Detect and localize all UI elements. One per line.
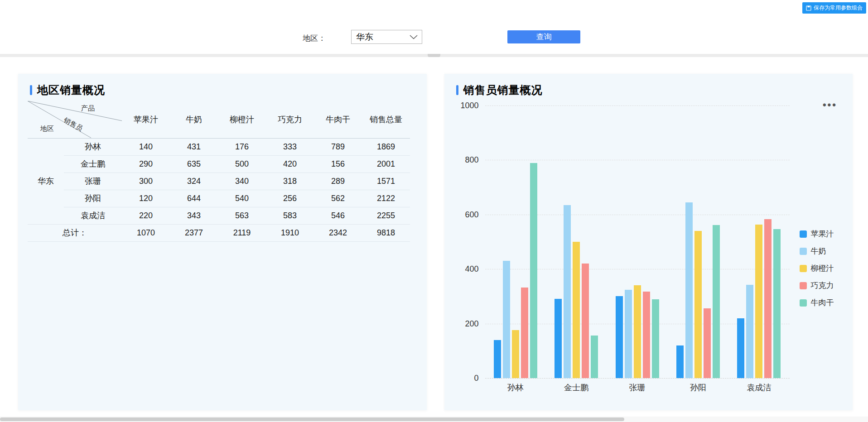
region-dropdown[interactable]: 华东 [351, 30, 422, 44]
save-params-button[interactable]: 保存为常用参数组合 [802, 2, 866, 14]
total-value-cell: 9818 [362, 224, 410, 241]
salesperson-cell: 孙林 [64, 138, 122, 155]
column-header: 苹果汁 [122, 101, 170, 138]
table-row: 华东孙林1404311763337891869 [28, 138, 410, 155]
value-cell: 333 [266, 138, 314, 155]
chart-bar [625, 290, 632, 378]
total-value-cell: 1070 [122, 224, 170, 241]
chart-gridline [485, 378, 790, 379]
corner-label-region: 地区 [40, 125, 54, 133]
legend-item[interactable]: 牛奶 [800, 246, 826, 256]
scrollbar-thumb[interactable] [0, 417, 624, 421]
chart-bar [530, 163, 537, 378]
chart-bar [494, 340, 501, 378]
chevron-down-icon [410, 35, 418, 39]
x-tick-label: 孙阳 [668, 382, 728, 393]
bar-group [485, 106, 546, 378]
x-tick-label: 孙林 [485, 382, 546, 393]
value-cell: 563 [218, 207, 266, 224]
title-marker [30, 85, 32, 95]
value-cell: 220 [122, 207, 170, 224]
total-row: 总计：107023772119191023429818 [28, 224, 410, 241]
total-value-cell: 2377 [170, 224, 218, 241]
value-cell: 420 [266, 155, 314, 173]
value-cell: 635 [170, 155, 218, 173]
horizontal-scrollbar[interactable] [0, 417, 868, 422]
chart-bar [755, 225, 762, 378]
value-cell: 789 [314, 138, 362, 155]
salesperson-sales-title-row: 销售员销量概况 [444, 74, 853, 97]
bar-chart: 02004006008001000 苹果汁牛奶柳橙汁巧克力牛肉干 孙林金士鹏张珊… [457, 106, 853, 393]
table-row: 孙阳1206445402565622122 [28, 190, 410, 207]
chart-bar [685, 202, 693, 378]
x-tick-label: 袁成洁 [728, 382, 789, 393]
legend-item[interactable]: 苹果汁 [800, 229, 834, 239]
value-cell: 431 [170, 138, 218, 155]
x-tick-label: 张珊 [607, 382, 667, 393]
chart-bar [503, 261, 510, 378]
filter-row: 地区： 华东 查询 [0, 30, 868, 44]
value-cell: 583 [266, 207, 314, 224]
y-tick-label: 600 [465, 210, 478, 219]
chart-bar [713, 225, 720, 378]
legend-item[interactable]: 牛肉干 [800, 297, 834, 308]
y-tick-label: 0 [474, 374, 478, 383]
chart-y-axis: 02004006008001000 [457, 106, 485, 378]
chart-bar [694, 231, 702, 378]
value-cell: 546 [314, 207, 362, 224]
value-cell: 644 [170, 190, 218, 207]
column-header: 柳橙汁 [218, 101, 266, 138]
splitter-handle-icon[interactable] [428, 54, 440, 57]
legend-item[interactable]: 巧克力 [800, 280, 834, 291]
value-cell: 540 [218, 190, 266, 207]
value-cell: 318 [266, 173, 314, 190]
y-tick-label: 800 [465, 155, 478, 165]
chart-bar [676, 345, 684, 378]
legend-swatch-icon [800, 282, 807, 289]
dashboard-body: 地区销量概况 产品销售员地区苹果汁牛奶柳橙汁巧克力牛肉干销售总量华东孙林1404… [0, 57, 868, 410]
legend-swatch-icon [800, 248, 807, 255]
legend-label: 柳橙汁 [811, 263, 834, 273]
region-sales-title: 地区销量概况 [37, 83, 105, 97]
y-tick-label: 200 [465, 319, 478, 328]
legend-swatch-icon [800, 265, 807, 272]
bar-group [607, 106, 667, 378]
chart-bar [582, 264, 589, 378]
value-cell: 2255 [362, 207, 410, 224]
pane-splitter[interactable] [0, 54, 868, 57]
more-options-icon[interactable]: ••• [823, 100, 837, 110]
column-header: 牛肉干 [314, 101, 362, 138]
value-cell: 289 [314, 173, 362, 190]
chart-bar [704, 308, 711, 378]
title-marker [456, 85, 458, 95]
legend-item[interactable]: 柳橙汁 [800, 263, 834, 273]
chart-bar [737, 318, 744, 378]
value-cell: 2001 [362, 155, 410, 173]
chart-bar [573, 242, 580, 378]
value-cell: 1869 [362, 138, 410, 155]
salesperson-cell: 袁成洁 [64, 207, 122, 224]
table-row: 张珊3003243403182891571 [28, 173, 410, 190]
salesperson-cell: 孙阳 [64, 190, 122, 207]
value-cell: 156 [314, 155, 362, 173]
bar-group [728, 106, 789, 378]
region-dropdown-value: 华东 [356, 31, 373, 43]
parameter-pane: 保存为常用参数组合 地区： 华东 查询 [0, 0, 868, 54]
chart-bar [564, 205, 571, 378]
value-cell: 324 [170, 173, 218, 190]
chart-bar [773, 229, 781, 378]
query-button[interactable]: 查询 [507, 30, 580, 43]
legend-swatch-icon [800, 230, 807, 238]
chart-plot [485, 106, 790, 378]
y-tick-label: 1000 [460, 101, 478, 110]
value-cell: 140 [122, 138, 170, 155]
chart-bar [764, 219, 772, 378]
salesperson-sales-panel: 销售员销量概况 ••• 02004006008001000 苹果汁牛奶柳橙汁巧克… [444, 74, 853, 410]
bar-group [546, 106, 607, 378]
corner-label-product: 产品 [81, 104, 95, 113]
value-cell: 290 [122, 155, 170, 173]
chart-x-axis: 孙林金士鹏张珊孙阳袁成洁 [485, 378, 790, 393]
value-cell: 120 [122, 190, 170, 207]
region-sales-title-row: 地区销量概况 [18, 74, 427, 97]
column-header: 牛奶 [170, 101, 218, 138]
